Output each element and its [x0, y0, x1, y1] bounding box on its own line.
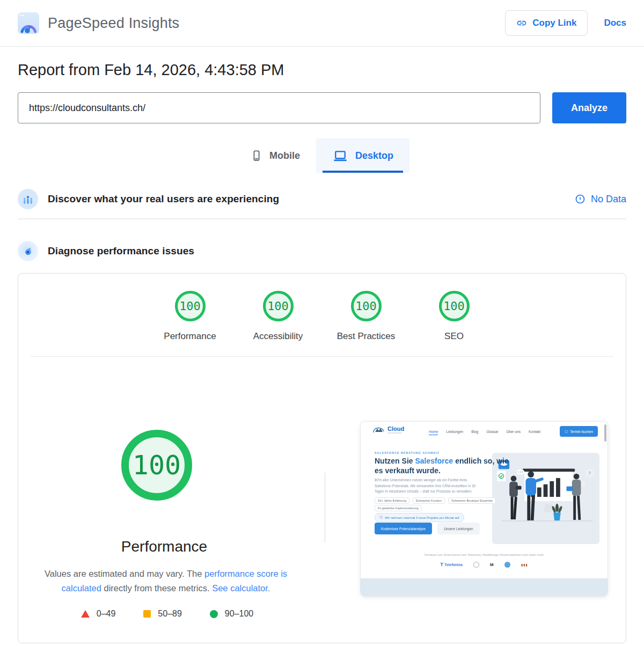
performance-gauge-label: Performance — [68, 538, 261, 555]
svg-text:?: ? — [588, 471, 591, 476]
legend-average: 50–89 — [143, 609, 182, 619]
lab-report-card: 100 Performance 100 Accessibility 100 Be… — [18, 273, 626, 643]
section-divider — [18, 218, 626, 219]
link-icon — [516, 18, 527, 28]
vertical-divider — [325, 473, 325, 542]
score-best-practices[interactable]: 100 Best Practices — [322, 291, 410, 342]
pagespeed-logo-icon — [18, 12, 39, 34]
preview-feature-pills: 10+ Jahre Erfahrung Enterprise Kunden Sc… — [375, 497, 496, 504]
score-disclaimer: Values are estimated and may vary. The p… — [37, 567, 295, 596]
preview-banner: ⓘWir nehmen maximal 3 neue Projekte pro … — [375, 513, 464, 522]
desktop-laptop-icon — [332, 148, 348, 163]
field-section-title: Discover what your real users are experi… — [48, 193, 279, 205]
score-gauge: 100 — [263, 291, 294, 321]
preview-brand-logos: TTelefónica M ▮▮▮ — [361, 560, 608, 569]
brand-badge-icon — [473, 562, 479, 568]
green-circle-icon — [210, 610, 218, 618]
brand-dot-icon — [504, 562, 510, 568]
preview-eyebrow: SALESFORCE BERATUNG SCHWEIZ — [375, 451, 440, 454]
tab-mobile[interactable]: Mobile — [235, 138, 316, 173]
telefonica-logo: TTelefónica — [440, 562, 463, 567]
preview-logos-caption: Vertrauen von Unternehmen wie Telefonica… — [361, 553, 608, 556]
preview-cta-secondary: Unsere Leistungen — [437, 523, 480, 534]
diagnose-icon — [18, 241, 38, 261]
score-gauge: 100 — [351, 291, 382, 321]
device-tabs: Mobile Desktop — [18, 138, 626, 173]
preview-navbar: Cloud consultants Home Leistungen Blog G… — [361, 422, 608, 442]
legend-fail: 0–49 — [81, 609, 116, 619]
brand[interactable]: PageSpeed Insights — [18, 12, 179, 34]
orange-square-icon — [143, 610, 151, 618]
category-scores: 100 Performance 100 Accessibility 100 Be… — [18, 274, 626, 342]
app-header: PageSpeed Insights Copy Link Docs — [0, 0, 644, 47]
score-legend: 0–49 50–89 90–100 — [18, 609, 316, 619]
brand-bars-icon: ▮▮▮ — [521, 563, 528, 567]
no-data-status[interactable]: No Data — [575, 194, 626, 205]
real-users-icon — [18, 189, 38, 209]
mobile-phone-icon — [251, 148, 262, 164]
performance-gauge: 100 — [121, 430, 192, 501]
tab-desktop[interactable]: Desktop — [316, 138, 409, 173]
brand-mark-icon: M — [490, 562, 494, 567]
legend-pass: 90–100 — [210, 609, 253, 619]
score-gauge: 100 — [175, 291, 206, 321]
preview-scrollbar — [604, 424, 606, 442]
preview-cta-primary: Kostenlose Potenzialanalyse — [375, 523, 432, 534]
preview-body-text: 80% aller Unternehmen nutzen weniger als… — [375, 478, 478, 495]
lab-section-title: Diagnose performance issues — [48, 245, 194, 257]
preview-logo: Cloud consultants — [372, 425, 404, 435]
see-calculator-link[interactable]: See calculator. — [212, 583, 270, 593]
score-accessibility[interactable]: 100 Accessibility — [234, 291, 322, 342]
red-triangle-icon — [81, 610, 90, 618]
site-screenshot-thumbnail[interactable]: Cloud consultants Home Leistungen Blog G… — [361, 422, 608, 596]
analyze-button[interactable]: Analyze — [552, 92, 626, 123]
preview-headline: Nutzen Sie Salesforce endlich so, wie es… — [375, 456, 509, 475]
app-title: PageSpeed Insights — [48, 15, 179, 32]
docs-link[interactable]: Docs — [604, 18, 626, 28]
preview-nav-links: Home Leistungen Blog Glossar Über uns Ko… — [429, 430, 540, 435]
report-title: Report from Feb 14, 2026, 4:43:58 PM — [18, 61, 626, 79]
score-seo[interactable]: 100 SEO — [410, 291, 498, 342]
info-icon — [575, 194, 586, 204]
url-input[interactable] — [18, 92, 540, 123]
score-performance[interactable]: 100 Performance — [146, 291, 234, 342]
preview-footer-strip — [361, 578, 608, 596]
score-gauge: 100 — [439, 291, 470, 321]
preview-nav-cta: ▢Termin buchen — [560, 426, 598, 437]
copy-link-button[interactable]: Copy Link — [505, 10, 588, 36]
